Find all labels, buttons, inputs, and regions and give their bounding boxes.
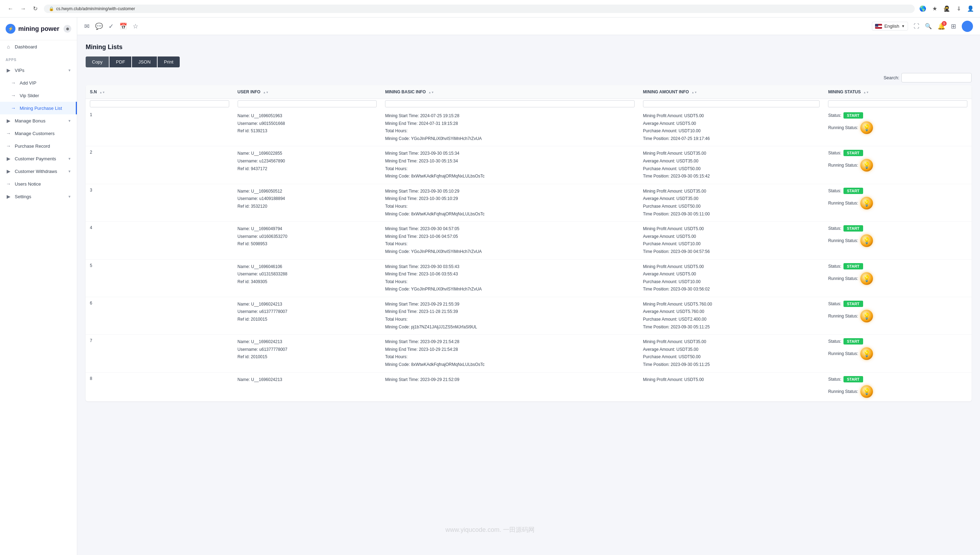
copy-button[interactable]: Copy xyxy=(86,56,109,67)
sort-icon[interactable]: ▲▼ xyxy=(691,91,697,94)
mining-table: S.N ▲▼ USER INFO ▲▼ MINING BASIC INFO ▲▼ xyxy=(86,85,972,401)
mining-basic-cell: Mining Start Time: 2023-09-30 04:57:05 M… xyxy=(381,222,639,259)
profit-amount: Mining Profit Amount: USDT5.760.00 xyxy=(643,301,820,308)
sidebar-item-manage-bonus[interactable]: ▶ Manage Bonus ▼ xyxy=(0,114,77,127)
sidebar-item-label: Manage Bonus xyxy=(15,118,45,124)
star-icon[interactable]: ☆ xyxy=(133,22,138,30)
sidebar-item-manage-customers[interactable]: → Manage Customers xyxy=(0,127,77,140)
url-bar[interactable]: 🔒 cs.hwym.club/admin/mining/with-custome… xyxy=(44,5,915,13)
search-icon[interactable]: 🔍 xyxy=(925,23,932,29)
col-mining-amount: MINING AMOUNT INFO ▲▼ xyxy=(639,85,824,99)
forward-button[interactable]: → xyxy=(18,4,28,13)
language-selector[interactable]: English ▼ xyxy=(872,22,908,30)
filter-mining-basic[interactable] xyxy=(385,100,635,107)
home-icon: ⌂ xyxy=(6,44,11,50)
sidebar-item-label: Settings xyxy=(15,194,31,199)
sidebar-item-settings[interactable]: ▶ Settings ▼ xyxy=(0,190,77,203)
sidebar-toggle[interactable]: ⊕ xyxy=(64,25,71,33)
search-label: Search: xyxy=(884,75,899,80)
sidebar-item-customer-withdraws[interactable]: ▶ Customer Withdraws ▼ xyxy=(0,165,77,178)
download-icon[interactable]: ⇓ xyxy=(955,5,962,13)
status-start-button[interactable]: START xyxy=(843,188,863,194)
mining-hours: Total Hours: xyxy=(385,203,635,210)
notification-button[interactable]: 🔔 5 xyxy=(938,22,945,30)
status-label: Status: xyxy=(828,302,841,306)
sort-icon[interactable]: ▲▼ xyxy=(99,91,105,94)
logo-text: mining power xyxy=(18,25,59,33)
sidebar-item-mining-purchase-list[interactable]: → Mining Purchase List xyxy=(0,102,77,114)
mining-code: Mining Code: 8xWtwKAdkFqfnajORMqNxLULbsO… xyxy=(385,173,635,180)
col-sn: S.N ▲▼ xyxy=(86,85,233,99)
sidebar-item-purchase-record[interactable]: → Purchase Record xyxy=(0,140,77,152)
mining-code: Mining Code: YGoJInPRNLiX0hvlSYiMnHch7rZ… xyxy=(385,135,635,143)
running-status-label: Running Status: xyxy=(828,201,858,205)
user-name: Name: U__1696046106 xyxy=(238,263,377,271)
json-button[interactable]: JSON xyxy=(132,56,157,67)
arrow-icon: → xyxy=(11,105,16,111)
notification-badge: 5 xyxy=(942,21,947,26)
table-row: 3 Name: U__1696050512 Username: u1409188… xyxy=(86,184,972,221)
mining-basic-cell: Mining Start Time: 2023-09-29 21:54:28 M… xyxy=(381,335,639,372)
user-username: Username: u01606353270 xyxy=(238,233,377,241)
sidebar-item-users-notice[interactable]: → Users Notice xyxy=(0,178,77,190)
sidebar-item-add-vip[interactable]: → Add VIP xyxy=(0,77,77,89)
payments-icon: ▶ xyxy=(6,156,11,161)
chevron-icon: ▼ xyxy=(68,119,71,123)
status-label: Status: xyxy=(828,151,841,156)
time-position: Time Position: 2023-09-30 05:15:42 xyxy=(643,173,820,180)
filter-sn[interactable] xyxy=(90,100,229,107)
grid-icon[interactable]: ⊞ xyxy=(951,22,956,30)
bookmark-icon[interactable]: ★ xyxy=(931,5,938,13)
user-ref: Ref id: 3532120 xyxy=(238,203,377,210)
mining-hours: Total Hours: xyxy=(385,165,635,173)
status-start-button[interactable]: START xyxy=(843,112,863,119)
running-status-bulb: 💡 xyxy=(860,272,873,285)
sidebar-item-customer-payments[interactable]: ▶ Customer Payments ▼ xyxy=(0,152,77,165)
reload-button[interactable]: ↻ xyxy=(31,4,40,13)
filter-amount[interactable] xyxy=(643,100,820,107)
time-position: Time Position: 2023-09-30 05:11:00 xyxy=(643,210,820,218)
search-input[interactable] xyxy=(901,73,972,82)
average-amount: Average Amount: USDT5.00 xyxy=(643,233,820,241)
user-username: Username: u61377778007 xyxy=(238,308,377,316)
extension-icon[interactable]: 🥷 xyxy=(943,5,951,13)
status-cell: Status: START Running Status: 💡 xyxy=(824,297,972,334)
user-avatar[interactable] xyxy=(962,21,973,32)
filter-user[interactable] xyxy=(238,100,377,107)
status-start-button[interactable]: START xyxy=(843,338,863,345)
sn-cell: 5 xyxy=(86,259,233,297)
sidebar-item-vip-slider[interactable]: → Vip Slider xyxy=(0,89,77,102)
sort-icon[interactable]: ▲▼ xyxy=(263,91,268,94)
print-button[interactable]: Print xyxy=(157,56,180,67)
running-status-bulb: 💡 xyxy=(860,347,873,360)
status-start-button[interactable]: START xyxy=(843,225,863,231)
sidebar-item-vips[interactable]: ▶ VIPs ▼ xyxy=(0,64,77,77)
status-start-button[interactable]: START xyxy=(843,301,863,307)
chat-icon[interactable]: 💬 xyxy=(95,22,103,30)
running-status-bulb: 💡 xyxy=(860,385,873,398)
sn-cell: 8 xyxy=(86,372,233,401)
status-start-button[interactable]: START xyxy=(843,376,863,382)
filter-status[interactable] xyxy=(828,100,967,107)
status-start-button[interactable]: START xyxy=(843,150,863,156)
average-amount: Average Amount: USDT35.00 xyxy=(643,346,820,354)
translate-icon[interactable]: 🌎 xyxy=(919,5,927,13)
sort-icon[interactable]: ▲▼ xyxy=(863,91,869,94)
status-start-button[interactable]: START xyxy=(843,263,863,269)
fullscreen-icon[interactable]: ⛶ xyxy=(914,23,919,29)
mail-icon[interactable]: ✉ xyxy=(84,22,90,30)
profit-amount: Mining Profit Amount: USDT5.00 xyxy=(643,225,820,233)
browser-nav: ← → ↻ xyxy=(6,4,40,13)
mining-start: Mining Start Time: 2023-09-29 21:54:28 xyxy=(385,338,635,346)
calendar-icon[interactable]: 📅 xyxy=(119,22,127,30)
profile-icon[interactable]: 👤 xyxy=(967,5,974,13)
sort-icon[interactable]: ▲▼ xyxy=(429,91,434,94)
mining-hours: Total Hours: xyxy=(385,240,635,248)
user-ref: Ref id: 5098953 xyxy=(238,240,377,248)
user-info-cell: Name: U__1696051963 Username: u901550166… xyxy=(233,109,381,146)
sidebar-item-dashboard[interactable]: ⌂ Dashboard xyxy=(0,40,77,53)
check-icon[interactable]: ✓ xyxy=(108,22,114,30)
pdf-button[interactable]: PDF xyxy=(109,56,131,67)
sidebar: ⚡ mining power ⊕ ⌂ Dashboard APPS ▶ VIPs… xyxy=(0,18,77,555)
back-button[interactable]: ← xyxy=(6,4,16,13)
